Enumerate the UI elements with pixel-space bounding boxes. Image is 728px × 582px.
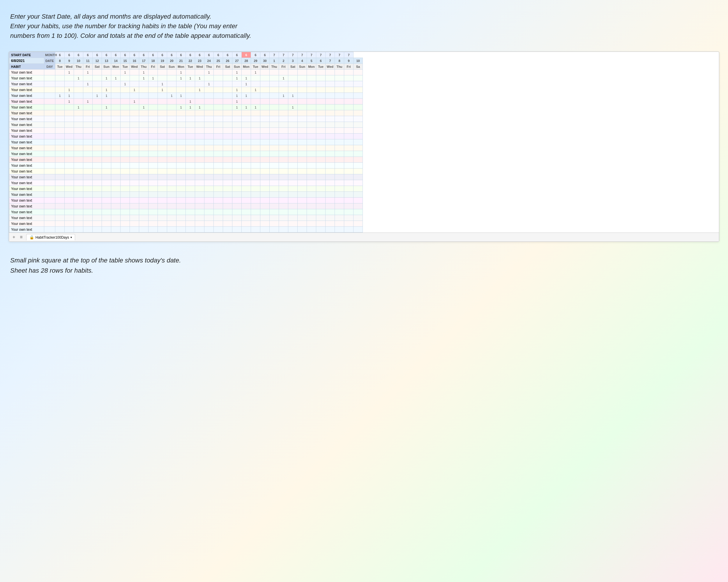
habit-tracking-cell[interactable]: [335, 70, 344, 75]
habit-tracking-cell[interactable]: [130, 180, 139, 186]
habit-tracking-cell[interactable]: [214, 122, 223, 128]
habit-tracking-cell[interactable]: [335, 134, 344, 139]
habit-tracking-cell[interactable]: [121, 87, 130, 93]
habit-tracking-cell[interactable]: [158, 186, 167, 192]
habit-tracking-cell[interactable]: [251, 134, 260, 139]
habit-tracking-cell[interactable]: [167, 192, 177, 198]
habit-tracking-cell[interactable]: [83, 75, 93, 81]
habit-name-cell[interactable]: Your own text: [9, 186, 44, 192]
habit-tracking-cell[interactable]: [223, 215, 232, 221]
habit-tracking-cell[interactable]: [344, 110, 354, 116]
start-date-value[interactable]: 6/8/2021: [9, 58, 44, 64]
habit-tracking-cell[interactable]: 1: [177, 75, 186, 81]
habit-tracking-cell[interactable]: 1: [242, 93, 251, 99]
habit-tracking-cell[interactable]: [279, 186, 288, 192]
habit-tracking-cell[interactable]: [326, 122, 335, 128]
habit-tracking-cell[interactable]: [326, 163, 335, 168]
habit-tracking-cell[interactable]: [335, 122, 344, 128]
habit-tracking-cell[interactable]: [111, 110, 121, 116]
habit-tracking-cell[interactable]: [204, 110, 214, 116]
habit-tracking-cell[interactable]: [149, 116, 158, 122]
habit-tracking-cell[interactable]: [74, 122, 83, 128]
habit-tracking-cell[interactable]: [83, 93, 93, 99]
habit-tracking-cell[interactable]: [297, 203, 307, 209]
habit-tracking-cell[interactable]: [288, 99, 297, 105]
habit-tracking-cell[interactable]: [130, 128, 139, 134]
habit-tracking-cell[interactable]: [186, 134, 195, 139]
habit-tracking-cell[interactable]: [121, 203, 130, 209]
habit-tracking-cell[interactable]: [204, 168, 214, 174]
habit-tracking-cell[interactable]: [354, 168, 363, 174]
habit-tracking-cell[interactable]: [326, 168, 335, 174]
habit-tracking-cell[interactable]: [93, 122, 102, 128]
habit-tracking-cell[interactable]: [214, 93, 223, 99]
habit-tracking-cell[interactable]: [354, 139, 363, 145]
habit-tracking-cell[interactable]: [83, 221, 93, 227]
habit-tracking-cell[interactable]: [55, 75, 64, 81]
habit-tracking-cell[interactable]: [297, 174, 307, 180]
habit-tracking-cell[interactable]: 1: [111, 75, 121, 81]
habit-tracking-cell[interactable]: [326, 70, 335, 75]
habit-tracking-cell[interactable]: [130, 174, 139, 180]
habit-tracking-cell[interactable]: [251, 174, 260, 180]
habit-tracking-cell[interactable]: [167, 174, 177, 180]
habit-tracking-cell[interactable]: [93, 99, 102, 105]
habit-tracking-cell[interactable]: [177, 221, 186, 227]
habit-tracking-cell[interactable]: [316, 215, 326, 221]
add-sheet-button[interactable]: +: [11, 235, 16, 240]
habit-tracking-cell[interactable]: [167, 209, 177, 215]
habit-name-cell[interactable]: Your own text: [9, 70, 44, 75]
habit-tracking-cell[interactable]: [130, 221, 139, 227]
habit-tracking-cell[interactable]: [297, 163, 307, 168]
habit-tracking-cell[interactable]: [260, 87, 270, 93]
habit-tracking-cell[interactable]: [297, 87, 307, 93]
habit-name-cell[interactable]: Your own text: [9, 215, 44, 221]
habit-tracking-cell[interactable]: [354, 221, 363, 227]
habit-tracking-cell[interactable]: [288, 192, 297, 198]
habit-tracking-cell[interactable]: [279, 151, 288, 157]
habit-tracking-cell[interactable]: [186, 186, 195, 192]
habit-tracking-cell[interactable]: [195, 192, 204, 198]
habit-tracking-cell[interactable]: [335, 99, 344, 105]
habit-tracking-cell[interactable]: [279, 134, 288, 139]
habit-tracking-cell[interactable]: [326, 145, 335, 151]
habit-tracking-cell[interactable]: [307, 227, 316, 232]
habit-tracking-cell[interactable]: [158, 174, 167, 180]
habit-tracking-cell[interactable]: [111, 99, 121, 105]
habit-tracking-cell[interactable]: [177, 87, 186, 93]
habit-tracking-cell[interactable]: [354, 75, 363, 81]
habit-tracking-cell[interactable]: [177, 203, 186, 209]
habit-tracking-cell[interactable]: [121, 110, 130, 116]
habit-tracking-cell[interactable]: [204, 145, 214, 151]
habit-tracking-cell[interactable]: [297, 128, 307, 134]
habit-tracking-cell[interactable]: [214, 180, 223, 186]
habit-tracking-cell[interactable]: [335, 163, 344, 168]
habit-tracking-cell[interactable]: [64, 198, 74, 203]
habit-tracking-cell[interactable]: [260, 215, 270, 221]
habit-tracking-cell[interactable]: [214, 110, 223, 116]
habit-tracking-cell[interactable]: [139, 134, 149, 139]
habit-tracking-cell[interactable]: [251, 128, 260, 134]
habit-tracking-cell[interactable]: [297, 122, 307, 128]
habit-tracking-cell[interactable]: [167, 163, 177, 168]
habit-tracking-cell[interactable]: [214, 192, 223, 198]
habit-tracking-cell[interactable]: [55, 215, 64, 221]
habit-tracking-cell[interactable]: [307, 186, 316, 192]
habit-tracking-cell[interactable]: [242, 110, 251, 116]
habit-tracking-cell[interactable]: [270, 99, 279, 105]
habit-tracking-cell[interactable]: [167, 198, 177, 203]
habit-tracking-cell[interactable]: [344, 227, 354, 232]
habit-tracking-cell[interactable]: [307, 134, 316, 139]
habit-tracking-cell[interactable]: [93, 145, 102, 151]
habit-tracking-cell[interactable]: [214, 157, 223, 163]
habit-tracking-cell[interactable]: [204, 122, 214, 128]
habit-tracking-cell[interactable]: [74, 99, 83, 105]
habit-tracking-cell[interactable]: [64, 122, 74, 128]
habit-tracking-cell[interactable]: [204, 186, 214, 192]
habit-tracking-cell[interactable]: [167, 221, 177, 227]
habit-tracking-cell[interactable]: [102, 99, 111, 105]
habit-tracking-cell[interactable]: [177, 186, 186, 192]
habit-tracking-cell[interactable]: [139, 139, 149, 145]
habit-tracking-cell[interactable]: [326, 134, 335, 139]
habit-tracking-cell[interactable]: [102, 180, 111, 186]
